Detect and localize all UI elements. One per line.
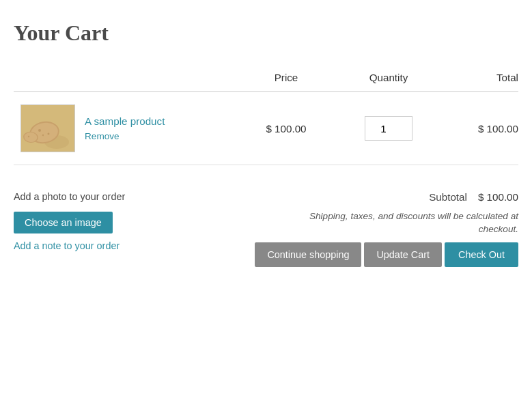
product-name[interactable]: A sample product xyxy=(85,115,165,127)
subtotal-amount: $ 100.00 xyxy=(478,191,518,203)
right-section: Subtotal $ 100.00 Shipping, taxes, and d… xyxy=(255,191,518,267)
page-title: Your Cart xyxy=(14,20,518,46)
svg-point-8 xyxy=(27,135,29,137)
product-image xyxy=(20,104,75,152)
product-info: A sample product Remove xyxy=(85,115,165,141)
col-header-product xyxy=(14,66,232,92)
continue-shopping-button[interactable]: Continue shopping xyxy=(255,242,361,267)
svg-point-4 xyxy=(47,132,49,134)
col-header-quantity: Quantity xyxy=(341,66,436,92)
svg-point-3 xyxy=(38,129,41,132)
table-row: A sample product Remove $ 100.00 $ 100.0… xyxy=(14,92,518,165)
col-header-total: Total xyxy=(436,66,518,92)
bottom-section: Add a photo to your order Choose an imag… xyxy=(14,184,518,267)
left-section: Add a photo to your order Choose an imag… xyxy=(14,191,125,251)
quantity-cell xyxy=(341,92,436,165)
quantity-input[interactable] xyxy=(365,116,412,141)
subtotal-label: Subtotal xyxy=(429,191,467,203)
update-cart-button[interactable]: Update Cart xyxy=(364,242,442,267)
svg-point-5 xyxy=(42,134,43,135)
choose-image-button[interactable]: Choose an image xyxy=(14,212,113,233)
cart-table: Price Quantity Total xyxy=(14,66,518,165)
product-price: $ 100.00 xyxy=(232,92,341,165)
col-header-price: Price xyxy=(232,66,341,92)
remove-link[interactable]: Remove xyxy=(85,131,120,141)
add-photo-label: Add a photo to your order xyxy=(14,191,125,202)
product-cell: A sample product Remove xyxy=(20,104,225,152)
product-total: $ 100.00 xyxy=(436,92,518,165)
action-buttons: Continue shopping Update Cart Check Out xyxy=(255,242,518,267)
shipping-note: Shipping, taxes, and discounts will be c… xyxy=(272,210,518,236)
subtotal-row: Subtotal $ 100.00 xyxy=(429,191,518,203)
add-note-link[interactable]: Add a note to your order xyxy=(14,240,125,251)
checkout-button[interactable]: Check Out xyxy=(445,242,518,267)
